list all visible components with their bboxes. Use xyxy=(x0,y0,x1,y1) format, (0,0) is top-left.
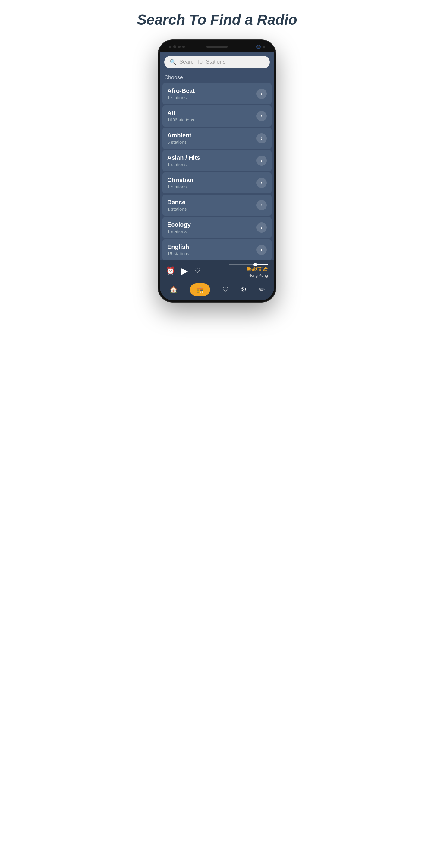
sensor-dot xyxy=(262,45,265,48)
nav-radio[interactable]: 📻 xyxy=(190,283,210,296)
genre-count-2: 5 stations xyxy=(167,140,191,145)
genre-item[interactable]: All 1636 stations › xyxy=(162,105,272,127)
genre-text-5: Dance 1 stations xyxy=(167,199,187,212)
genre-count-4: 1 stations xyxy=(167,184,193,189)
genre-name-0: Afro-Beat xyxy=(167,87,195,94)
search-bar[interactable]: 🔍 Search for Stations xyxy=(164,56,270,68)
progress-fill xyxy=(256,264,268,265)
radio-icon: 📻 xyxy=(196,286,204,293)
search-placeholder[interactable]: Search for Stations xyxy=(179,59,264,65)
genre-item[interactable]: Dance 1 stations › xyxy=(162,195,272,216)
genre-count-0: 1 stations xyxy=(167,95,195,100)
app-screen: 🔍 Search for Stations Choose Afro-Beat 1… xyxy=(160,52,274,300)
play-button[interactable]: ▶ xyxy=(181,266,188,276)
nav-settings[interactable]: ⚙ xyxy=(241,286,247,293)
search-container: 🔍 Search for Stations xyxy=(160,52,274,71)
genre-item[interactable]: Christian 1 stations › xyxy=(162,173,272,193)
genre-chevron-0[interactable]: › xyxy=(256,89,267,99)
genre-chevron-2[interactable]: › xyxy=(256,133,267,144)
volume-buttons xyxy=(158,78,159,111)
genre-name-5: Dance xyxy=(167,199,187,206)
genre-chevron-4[interactable]: › xyxy=(256,178,267,188)
alarm-icon[interactable]: ⏰ xyxy=(166,267,175,275)
genre-name-2: Ambient xyxy=(167,132,191,139)
page-title: Search To Find a Radio xyxy=(137,12,297,28)
station-name: 新城知訊台 xyxy=(247,267,268,272)
genre-count-3: 1 stations xyxy=(167,162,200,167)
dot-3 xyxy=(182,45,185,48)
genre-item[interactable]: Ambient 5 stations › xyxy=(162,128,272,149)
genre-chevron-7[interactable]: › xyxy=(256,245,267,255)
genre-list: Afro-Beat 1 stations › All 1636 stations… xyxy=(160,83,274,260)
genre-text-7: English 15 stations xyxy=(167,244,189,256)
indicator-light xyxy=(173,45,176,48)
progress-bar[interactable] xyxy=(229,264,268,265)
nav-share[interactable]: ✏ xyxy=(259,286,265,293)
nav-favorites[interactable]: ♡ xyxy=(222,286,228,293)
genre-item[interactable]: English 15 stations › xyxy=(162,239,272,260)
genre-count-1: 1636 stations xyxy=(167,117,194,122)
player-info: 新城知訊台 Hong Kong xyxy=(229,264,268,278)
genre-chevron-1[interactable]: › xyxy=(256,111,267,121)
genre-name-6: Ecology xyxy=(167,221,191,228)
genre-count-7: 15 stations xyxy=(167,251,189,256)
speaker xyxy=(207,45,227,48)
player-controls: ⏰ ▶ ♡ 新城知訊台 Hong Kong xyxy=(166,264,268,278)
player-bar: ⏰ ▶ ♡ 新城知訊台 Hong Kong xyxy=(160,260,274,280)
genre-chevron-3[interactable]: › xyxy=(256,156,267,166)
genre-text-2: Ambient 5 stations xyxy=(167,132,191,145)
genre-item[interactable]: Afro-Beat 1 stations › xyxy=(162,83,272,104)
power-button xyxy=(275,84,276,99)
genre-text-3: Asian / Hits 1 stations xyxy=(167,154,200,167)
genre-text-4: Christian 1 stations xyxy=(167,177,193,189)
genre-name-4: Christian xyxy=(167,177,193,184)
front-camera xyxy=(256,44,261,49)
search-icon: 🔍 xyxy=(170,59,176,65)
heart-icon[interactable]: ♡ xyxy=(194,267,201,275)
station-location: Hong Kong xyxy=(248,273,268,278)
nav-home[interactable]: 🏠 xyxy=(169,286,178,293)
phone-status-bar xyxy=(160,42,274,52)
genre-text-0: Afro-Beat 1 stations xyxy=(167,87,195,100)
dot-2 xyxy=(178,45,181,48)
dot-1 xyxy=(169,45,172,48)
genre-count-5: 1 stations xyxy=(167,207,187,212)
genre-text-6: Ecology 1 stations xyxy=(167,221,191,234)
genre-chevron-5[interactable]: › xyxy=(256,200,267,210)
genre-text-1: All 1636 stations xyxy=(167,110,194,122)
phone-frame: 🔍 Search for Stations Choose Afro-Beat 1… xyxy=(158,40,276,302)
genre-name-7: English xyxy=(167,244,189,250)
genre-name-3: Asian / Hits xyxy=(167,154,200,161)
bottom-nav: 🏠 📻 ♡ ⚙ ✏ xyxy=(160,280,274,300)
genre-item[interactable]: Ecology 1 stations › xyxy=(162,217,272,238)
genre-item[interactable]: Asian / Hits 1 stations › xyxy=(162,150,272,171)
progress-handle[interactable] xyxy=(253,263,257,267)
genre-count-6: 1 stations xyxy=(167,229,191,234)
genre-name-1: All xyxy=(167,110,194,117)
genre-chevron-6[interactable]: › xyxy=(256,222,267,233)
section-choose-label: Choose xyxy=(160,71,274,83)
